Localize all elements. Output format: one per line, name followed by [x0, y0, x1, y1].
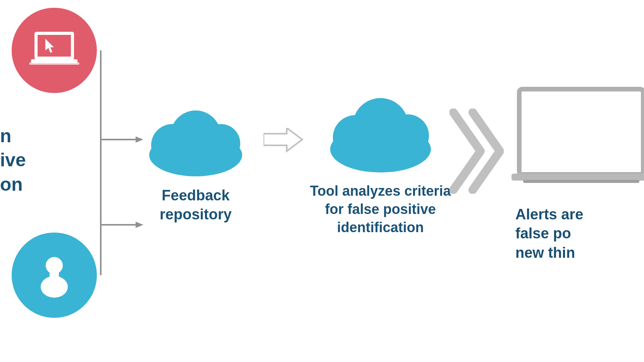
alerts-label: Alerts arefalse ponew thin [511, 205, 644, 262]
svg-rect-1 [38, 35, 71, 57]
svg-rect-7 [50, 272, 59, 280]
tool-analyzes-cloud: Tool analyzes criteriafor false positive… [310, 89, 451, 236]
left-text-line1: n [0, 124, 26, 148]
svg-point-21 [386, 114, 429, 157]
svg-point-16 [201, 124, 240, 163]
arrow-1 [263, 128, 306, 163]
laptop-icon [29, 30, 79, 71]
left-text-line2: ive [0, 148, 26, 172]
person-icon [31, 252, 77, 298]
svg-marker-17 [263, 128, 302, 151]
svg-rect-4 [29, 62, 79, 65]
cloud-icon-1 [139, 101, 252, 178]
feedback-repository-label: Feedbackrepository [160, 186, 232, 224]
svg-point-5 [46, 257, 63, 274]
svg-rect-24 [511, 174, 644, 181]
diagram-container: n ive on [0, 0, 644, 362]
tool-analyzes-label: Tool analyzes criteriafor false positive… [310, 182, 451, 236]
svg-rect-25 [523, 180, 639, 183]
feedback-repository-cloud: Feedbackrepository [139, 101, 252, 224]
left-text-line3: on [0, 172, 26, 197]
cloud-icon-2 [320, 89, 441, 174]
connector-lines [93, 50, 143, 291]
circle-laptop [12, 8, 97, 93]
laptop-output: Alerts arefalse ponew thin [511, 85, 644, 262]
laptop-output-icon [511, 85, 644, 202]
circle-person [12, 233, 97, 318]
svg-rect-23 [524, 94, 639, 170]
left-text: n ive on [0, 124, 26, 197]
chevron-arrow [449, 109, 504, 194]
